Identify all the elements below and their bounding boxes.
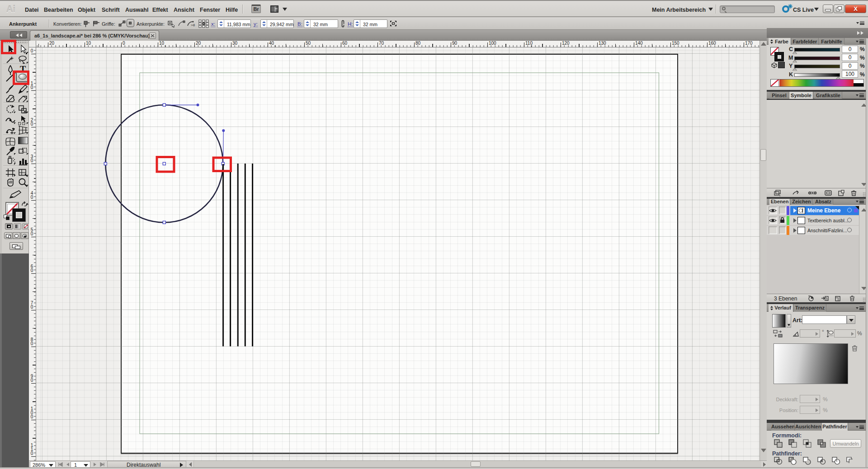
svg-text:>8: >8 — [191, 23, 195, 27]
